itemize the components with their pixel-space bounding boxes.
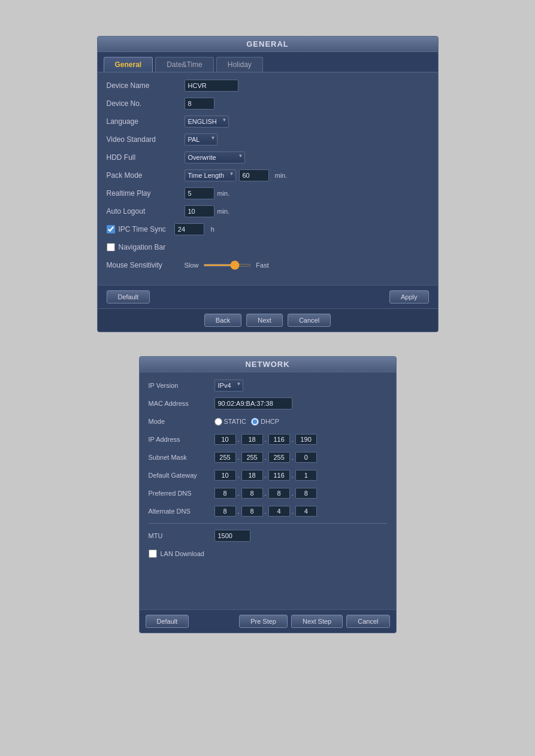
static-radio[interactable] — [214, 418, 222, 426]
next-step-button[interactable]: Next Step — [291, 615, 343, 628]
tab-holiday[interactable]: Holiday — [216, 57, 263, 72]
alternate-dns-row: Alternate DNS . . . — [149, 504, 387, 518]
mac-address-input[interactable] — [214, 397, 292, 409]
tab-general[interactable]: General — [104, 57, 153, 72]
ipc-time-sync-input[interactable] — [174, 223, 204, 235]
adns-octet1[interactable] — [214, 506, 236, 517]
network-cancel-button[interactable]: Cancel — [346, 615, 389, 628]
mtu-row: MTU — [149, 529, 387, 543]
subnet-mask-row: Subnet Mask . . . — [149, 450, 387, 464]
pack-mode-select[interactable]: Time Length File Size — [185, 169, 236, 181]
subnet-octet2[interactable] — [241, 452, 263, 463]
auto-logout-label: Auto Logout — [107, 207, 185, 215]
network-spacer — [149, 564, 387, 600]
static-radio-label[interactable]: STATIC — [214, 418, 246, 426]
network-default-button[interactable]: Default — [146, 615, 189, 628]
dhcp-radio[interactable] — [251, 418, 259, 426]
realtime-play-unit: min. — [217, 190, 230, 197]
pdns-octet1[interactable] — [214, 488, 236, 499]
video-standard-row: Video Standard PAL NTSC — [107, 132, 429, 147]
gateway-octet4[interactable] — [295, 470, 317, 481]
ip-address-octet1[interactable] — [214, 434, 236, 445]
navigation-bar-checkbox[interactable] — [107, 243, 115, 251]
gateway-octet1[interactable] — [214, 470, 236, 481]
video-standard-select[interactable]: PAL NTSC — [185, 133, 217, 145]
default-gateway-group: . . . — [214, 470, 317, 481]
language-select[interactable]: ENGLISH CHINESE FRENCH GERMAN — [185, 116, 229, 127]
language-dropdown-wrap: ENGLISH CHINESE FRENCH GERMAN — [185, 116, 229, 127]
next-button[interactable]: Next — [246, 314, 283, 327]
mode-row: Mode STATIC DHCP — [149, 414, 387, 429]
tab-datetime[interactable]: Date&Time — [155, 57, 214, 72]
subnet-mask-label: Subnet Mask — [149, 454, 214, 461]
mouse-fast-label: Fast — [256, 262, 268, 269]
preferred-dns-group: . . . — [214, 488, 317, 499]
network-footer: Default Pre Step Next Step Cancel — [140, 609, 396, 633]
mac-address-row: MAC Address — [149, 396, 387, 411]
pdns-octet4[interactable] — [295, 488, 317, 499]
alternate-dns-label: Alternate DNS — [149, 508, 214, 515]
pack-mode-value-input[interactable] — [239, 169, 269, 181]
network-nav-buttons: Pre Step Next Step Cancel — [239, 615, 389, 628]
back-button[interactable]: Back — [204, 314, 241, 327]
pack-mode-unit: min. — [275, 172, 288, 179]
general-title: GENERAL — [98, 37, 438, 52]
subnet-mask-group: . . . — [214, 452, 317, 463]
navigation-bar-label: Navigation Bar — [119, 243, 166, 251]
gateway-octet2[interactable] — [241, 470, 263, 481]
pre-step-button[interactable]: Pre Step — [239, 615, 288, 628]
subnet-octet3[interactable] — [268, 452, 290, 463]
ip-address-octet4[interactable] — [295, 434, 317, 445]
realtime-play-row: Realtime Play min. — [107, 186, 429, 201]
mouse-sensitivity-row: Mouse Sensitivity Slow Fast — [107, 258, 429, 272]
hdd-full-select[interactable]: Overwrite Stop Recording — [185, 151, 245, 163]
mtu-input[interactable] — [214, 530, 250, 542]
video-standard-dropdown-wrap: PAL NTSC — [185, 133, 217, 145]
adns-octet2[interactable] — [241, 506, 263, 517]
ipc-time-sync-unit: h — [211, 226, 214, 233]
mtu-label: MTU — [149, 532, 214, 539]
subnet-octet1[interactable] — [214, 452, 236, 463]
adns-octet3[interactable] — [268, 506, 290, 517]
ip-address-octet2[interactable] — [241, 434, 263, 445]
device-no-row: Device No. — [107, 96, 429, 111]
lan-download-row: LAN Download — [149, 546, 387, 561]
network-panel: NETWORK IP Version IPv4 IPv6 MAC Address — [139, 356, 397, 633]
default-button[interactable]: Default — [107, 290, 150, 303]
realtime-play-input[interactable] — [185, 187, 214, 199]
hdd-full-dropdown-wrap: Overwrite Stop Recording — [185, 151, 245, 163]
general-body: Device Name Device No. Language ENGLISH … — [98, 72, 438, 285]
language-row: Language ENGLISH CHINESE FRENCH GERMAN — [107, 114, 429, 129]
mouse-sensitivity-slider-container: Slow Fast — [185, 262, 269, 269]
ipc-time-sync-checkbox[interactable] — [107, 225, 115, 233]
hdd-full-row: HDD Full Overwrite Stop Recording — [107, 150, 429, 165]
lan-download-label: LAN Download — [161, 550, 204, 557]
general-panel: GENERAL General Date&Time Holiday Device… — [97, 36, 439, 332]
device-no-label: Device No. — [107, 99, 185, 108]
pdns-octet2[interactable] — [241, 488, 263, 499]
network-title: NETWORK — [140, 357, 396, 372]
device-no-input[interactable] — [185, 98, 214, 110]
ip-version-select[interactable]: IPv4 IPv6 — [214, 379, 243, 391]
gateway-octet3[interactable] — [268, 470, 290, 481]
language-label: Language — [107, 117, 185, 126]
auto-logout-input[interactable] — [185, 205, 214, 217]
mouse-sensitivity-slider[interactable] — [203, 264, 251, 266]
dhcp-radio-label[interactable]: DHCP — [251, 418, 279, 426]
ip-address-label: IP Address — [149, 436, 214, 443]
ip-address-octet3[interactable] — [268, 434, 290, 445]
auto-logout-row: Auto Logout min. — [107, 204, 429, 218]
default-gateway-label: Default Gateway — [149, 472, 214, 479]
pack-mode-row: Pack Mode Time Length File Size min. — [107, 168, 429, 183]
adns-octet4[interactable] — [295, 506, 317, 517]
video-standard-label: Video Standard — [107, 135, 185, 144]
device-name-input[interactable] — [185, 80, 238, 92]
apply-button[interactable]: Apply — [389, 290, 429, 303]
cancel-button[interactable]: Cancel — [288, 314, 331, 327]
general-nav-footer: Back Next Cancel — [98, 308, 438, 332]
lan-download-checkbox[interactable] — [149, 549, 157, 558]
ip-address-group: . . . — [214, 434, 317, 445]
subnet-octet4[interactable] — [295, 452, 317, 463]
pdns-octet3[interactable] — [268, 488, 290, 499]
auto-logout-unit: min. — [217, 208, 230, 215]
